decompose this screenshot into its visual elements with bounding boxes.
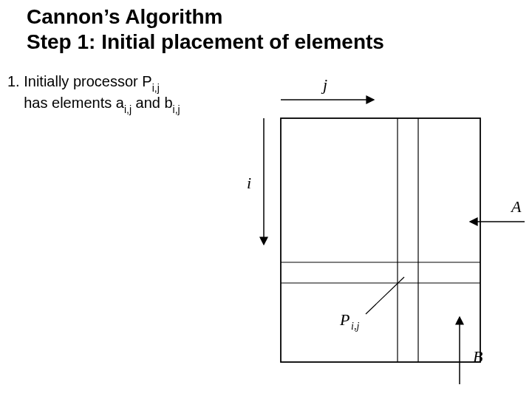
body-line2-sub2: i,j <box>173 103 180 115</box>
body-line2-sub1: i,j <box>124 103 132 115</box>
placement-diagram: j i A B P i,j <box>251 74 532 399</box>
body-line1-pre: 1. Initially processor P <box>7 73 152 89</box>
p-label-sub: i,j <box>351 321 359 332</box>
grid-outer <box>281 118 480 362</box>
a-label: A <box>510 197 522 216</box>
body-line1-sub: i,j <box>152 82 160 94</box>
title-line-2: Step 1: Initial placement of elements <box>27 30 384 53</box>
title-line-1: Cannon’s Algorithm <box>27 5 222 28</box>
body-line2-pre: has elements a <box>24 95 124 111</box>
j-label: j <box>321 75 327 94</box>
p-label: P <box>339 310 349 329</box>
i-label: i <box>247 174 251 192</box>
slide-title: Cannon’s Algorithm Step 1: Initial place… <box>27 4 384 54</box>
body-line2-mid: and b <box>132 95 173 111</box>
b-label: B <box>473 347 482 366</box>
step-description: 1. Initially processor Pi,j has elements… <box>7 72 180 115</box>
